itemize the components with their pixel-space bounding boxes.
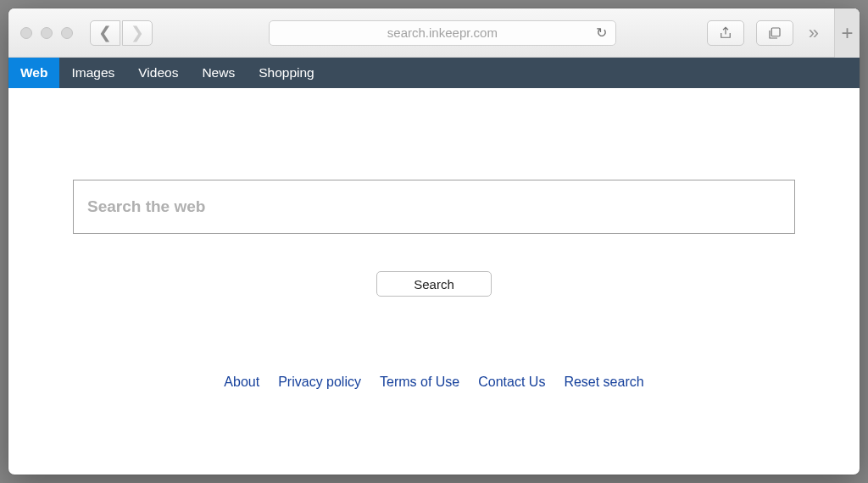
back-button[interactable]: ❮ bbox=[90, 20, 120, 46]
search-input[interactable] bbox=[73, 180, 795, 234]
url-text: search.inkeepr.com bbox=[387, 25, 498, 40]
browser-toolbar: ❮ ❯ search.inkeepr.com ↻ » + bbox=[8, 8, 860, 58]
site-nav: Web Images Videos News Shopping bbox=[8, 58, 860, 88]
new-tab-button[interactable]: + bbox=[834, 8, 860, 58]
show-tabs-button[interactable] bbox=[756, 20, 793, 46]
svg-rect-0 bbox=[771, 28, 780, 36]
footer-link-contact[interactable]: Contact Us bbox=[478, 375, 545, 390]
navigation-buttons: ❮ ❯ bbox=[90, 20, 153, 46]
toolbar-actions: » + bbox=[707, 8, 848, 58]
main-content: Search About Privacy policy Terms of Use… bbox=[8, 88, 860, 475]
forward-button[interactable]: ❯ bbox=[122, 20, 153, 46]
browser-window: ❮ ❯ search.inkeepr.com ↻ » + bbox=[8, 8, 860, 475]
close-window-icon[interactable] bbox=[20, 27, 32, 39]
reload-icon[interactable]: ↻ bbox=[596, 25, 607, 41]
nav-tab-images[interactable]: Images bbox=[59, 58, 126, 88]
zoom-window-icon[interactable] bbox=[61, 27, 73, 39]
address-bar-container: search.inkeepr.com ↻ bbox=[202, 20, 683, 46]
footer-links: About Privacy policy Terms of Use Contac… bbox=[224, 375, 643, 390]
footer-link-terms[interactable]: Terms of Use bbox=[380, 375, 459, 390]
footer-link-about[interactable]: About bbox=[224, 375, 259, 390]
footer-link-reset[interactable]: Reset search bbox=[564, 375, 643, 390]
chevron-right-icon: ❯ bbox=[131, 23, 144, 42]
minimize-window-icon[interactable] bbox=[41, 27, 53, 39]
share-icon bbox=[718, 25, 733, 41]
footer-link-privacy[interactable]: Privacy policy bbox=[278, 375, 361, 390]
nav-tab-videos[interactable]: Videos bbox=[126, 58, 190, 88]
nav-tab-shopping[interactable]: Shopping bbox=[247, 58, 326, 88]
nav-tab-news[interactable]: News bbox=[190, 58, 247, 88]
address-bar[interactable]: search.inkeepr.com ↻ bbox=[269, 20, 616, 46]
plus-icon: + bbox=[841, 21, 853, 45]
chevron-left-icon: ❮ bbox=[98, 23, 112, 42]
share-button[interactable] bbox=[707, 20, 744, 46]
search-button[interactable]: Search bbox=[376, 271, 492, 297]
tabs-icon bbox=[767, 25, 782, 41]
nav-tab-web[interactable]: Web bbox=[8, 58, 59, 88]
window-controls bbox=[20, 27, 73, 39]
more-icon[interactable]: » bbox=[805, 22, 822, 44]
